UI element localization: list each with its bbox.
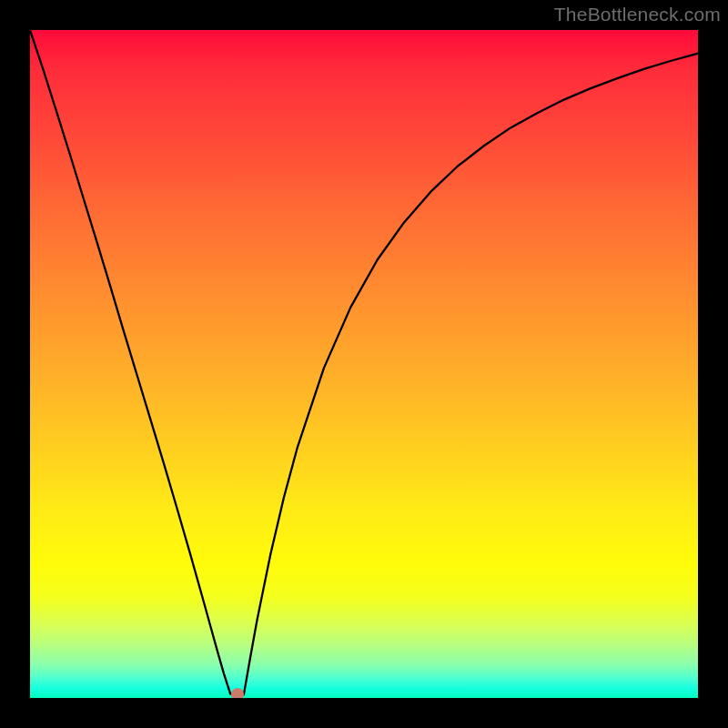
minimum-marker-dot [231, 688, 244, 698]
plot-area [30, 30, 698, 698]
chart-frame: TheBottleneck.com [0, 0, 728, 728]
bottleneck-curve [30, 30, 698, 698]
watermark-text: TheBottleneck.com [554, 4, 721, 25]
